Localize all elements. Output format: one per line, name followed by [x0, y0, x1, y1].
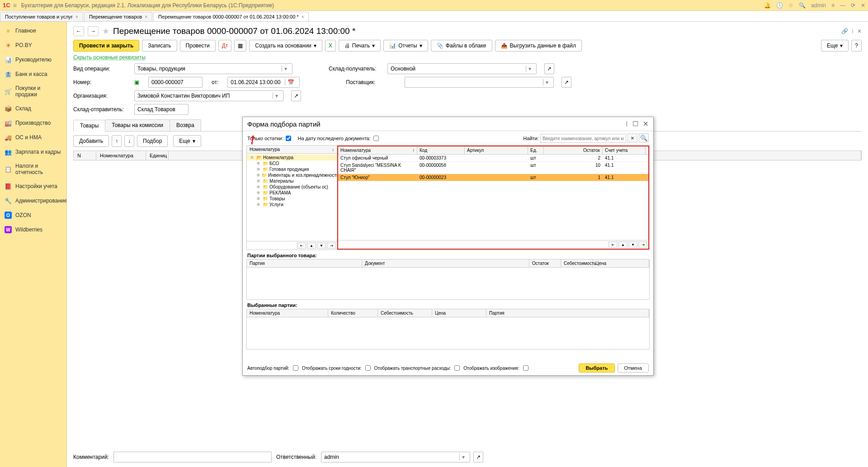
tab-transfer-doc[interactable]: Перемещение товаров 0000-000007 от 01.06…: [153, 12, 309, 21]
add-button[interactable]: Добавить: [73, 135, 109, 147]
hide-details-link[interactable]: Скрыть основные реквизиты: [73, 54, 146, 61]
sidebar-item-production[interactable]: 🏭Производство: [0, 116, 66, 130]
excel-icon[interactable]: X: [325, 40, 336, 52]
tree-item[interactable]: ⊞📁БСО: [247, 160, 337, 166]
save-button[interactable]: Записать: [142, 40, 177, 52]
transport-checkbox[interactable]: [454, 365, 460, 371]
sidebar-item-poby[interactable]: ✳PO.BY: [0, 38, 66, 52]
settings-icon[interactable]: ≡: [831, 2, 835, 9]
structure-icon[interactable]: ▦: [234, 40, 246, 52]
star-icon[interactable]: ☆: [788, 2, 793, 9]
open-ref-icon[interactable]: ↗: [561, 77, 571, 88]
discuss-icon[interactable]: ⁞: [852, 28, 854, 34]
tab-return[interactable]: Возвра: [170, 119, 201, 131]
search-clear-button[interactable]: ×: [627, 133, 637, 142]
move-down-button[interactable]: ↓: [124, 135, 134, 147]
close-icon[interactable]: ×: [75, 14, 78, 19]
sidebar-item-manager[interactable]: 📊Руководителю: [0, 52, 66, 67]
dt-kt-icon[interactable]: Дт: [218, 40, 232, 52]
expiry-checkbox[interactable]: [365, 365, 371, 371]
sidebar-item-hr[interactable]: 👥Зарплата и кадры: [0, 145, 66, 159]
tree-item[interactable]: ⊞📁Готовая продукция: [247, 166, 337, 172]
item-row[interactable]: Стул Sandalyeci "MESSINA K CHAIR"00-0000…: [338, 162, 648, 174]
comment-input[interactable]: [113, 452, 272, 462]
tree-item[interactable]: ⊟📂Номенклатура: [247, 155, 337, 160]
select-button[interactable]: Выбрать: [579, 363, 614, 373]
sidebar-item-sales[interactable]: 🛒Покупки и продажи: [0, 81, 66, 101]
nav-down-button[interactable]: ▼: [628, 241, 637, 248]
modal-menu-icon[interactable]: ⁞: [626, 120, 628, 128]
minimize-icon[interactable]: —: [840, 2, 845, 9]
from-wh-select[interactable]: Склад Товаров: [134, 104, 189, 115]
open-ref-icon[interactable]: ↗: [544, 63, 554, 74]
user-label[interactable]: admin: [811, 2, 826, 9]
item-row[interactable]: Стул офисный черный00-00003373шт241.1: [338, 155, 648, 162]
move-up-button[interactable]: ↑: [112, 135, 122, 147]
images-checkbox[interactable]: [523, 365, 528, 371]
close-icon[interactable]: ×: [145, 14, 147, 19]
sidebar-item-warehouse[interactable]: 📦Склад: [0, 101, 66, 116]
tree-item[interactable]: ⊞📁Услуги: [247, 202, 337, 208]
tab-goods[interactable]: Товары: [73, 120, 105, 132]
search-input[interactable]: [540, 134, 626, 143]
more-button[interactable]: Еще ▾: [821, 40, 849, 52]
pick-button[interactable]: Подбор: [137, 135, 168, 147]
sidebar-item-wildberries[interactable]: WWildberries: [0, 222, 66, 237]
tree-item[interactable]: ⊞📁Материалы: [247, 178, 337, 184]
close-doc-icon[interactable]: ✕: [857, 28, 862, 34]
search-icon[interactable]: 🔍: [799, 2, 806, 9]
nav-up-button[interactable]: ▲: [618, 241, 627, 248]
history-icon[interactable]: 🕓: [776, 2, 783, 9]
bell-icon[interactable]: 🔔: [764, 2, 771, 9]
resp-select[interactable]: admin▾: [321, 452, 470, 462]
item-row[interactable]: Стул "Юниор"00-00000023шт141.1: [338, 174, 648, 181]
nav-first-button[interactable]: ⇤: [297, 242, 306, 249]
post-button[interactable]: Провести: [180, 40, 216, 52]
sidebar-item-bank[interactable]: 🏦Банк и касса: [0, 67, 66, 81]
reports-button[interactable]: 📊 Отчеты ▾: [383, 40, 428, 52]
sidebar-item-settings[interactable]: 📕Настройки учета: [0, 179, 66, 193]
tree-item[interactable]: ⊞📁Оборудование (объекты ос): [247, 184, 337, 190]
cancel-button[interactable]: Отмена: [618, 363, 649, 373]
modal-close-icon[interactable]: ✕: [643, 120, 649, 128]
tree-item[interactable]: ⊞📁РЕКЛАМА: [247, 190, 337, 196]
files-button[interactable]: 📎 Файлы в облаке: [431, 40, 492, 52]
last-doc-date-checkbox[interactable]: [373, 136, 379, 141]
only-balance-checkbox[interactable]: [286, 136, 291, 141]
sidebar-item-tax[interactable]: 📋Налоги и отчетность: [0, 159, 66, 179]
post-close-button[interactable]: Провести и закрыть: [73, 40, 139, 52]
help-button[interactable]: ?: [851, 40, 862, 52]
nav-last-button[interactable]: ⇥: [327, 242, 336, 249]
open-ref-icon[interactable]: ↗: [291, 90, 301, 101]
tab-commission[interactable]: Товары на комиссии: [105, 119, 170, 131]
forward-button[interactable]: →: [88, 26, 99, 36]
close-app-icon[interactable]: ✕: [861, 2, 865, 9]
tab-transfer-list[interactable]: Перемещение товаров×: [84, 12, 152, 21]
search-button[interactable]: 🔍: [639, 133, 649, 142]
sidebar-item-assets[interactable]: 🚚ОС и НМА: [0, 130, 66, 145]
restore-icon[interactable]: ⟳: [851, 2, 855, 9]
tab-receipt[interactable]: Поступление товаров и услуг×: [0, 12, 83, 21]
num-input[interactable]: 0000-000007: [148, 77, 203, 88]
auto-checkbox[interactable]: [293, 365, 298, 371]
to-wh-select[interactable]: Основной▾: [387, 63, 537, 74]
supplier-select[interactable]: ▾: [405, 77, 554, 88]
nav-last-button[interactable]: ⇥: [638, 241, 647, 248]
date-input[interactable]: 01.06.2024 13:00:00📅: [227, 77, 300, 88]
selected-grid[interactable]: Номенклатура Количество Себестоимость Це…: [246, 309, 650, 349]
back-button[interactable]: ←: [73, 26, 84, 36]
tree-item[interactable]: ⊞📁Товары: [247, 196, 337, 202]
nav-down-button[interactable]: ▼: [317, 242, 326, 249]
open-ref-icon[interactable]: ↗: [473, 452, 483, 462]
export-button[interactable]: 📤 Выгрузить данные в файл: [495, 40, 582, 52]
close-icon[interactable]: ×: [302, 14, 304, 19]
op-type-select[interactable]: Товары, продукция▾: [134, 63, 292, 74]
sidebar-item-main[interactable]: ≡Главное: [0, 24, 66, 38]
link-icon[interactable]: 🔗: [841, 28, 848, 34]
favorite-icon[interactable]: ★: [102, 26, 109, 36]
batches-grid[interactable]: Партия Документ Остаток Себестоимость Це…: [246, 259, 650, 300]
grid-more-button[interactable]: Еще ▾: [173, 135, 201, 147]
sidebar-item-admin[interactable]: 🔧Администрирование: [0, 193, 66, 208]
print-button[interactable]: 🖨 Печать ▾: [339, 40, 381, 52]
create-based-button[interactable]: Создать на основании ▾: [249, 40, 322, 52]
